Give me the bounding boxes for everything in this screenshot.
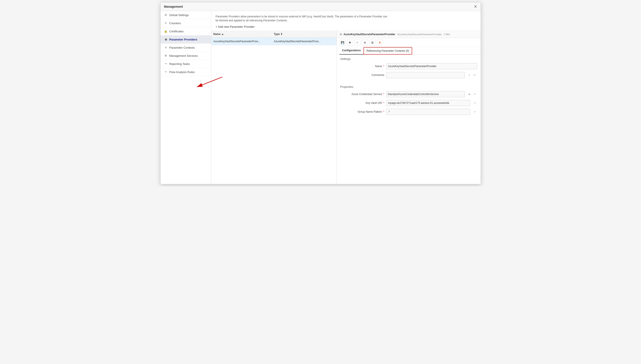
sort-icon: ▲ [221,32,224,36]
col-header-type: Type ⇕ [274,32,334,36]
required-indicator: * [383,65,384,68]
group-name-pattern-actions: ↗ [472,110,477,114]
gear-icon-2: ⚙ [164,54,168,58]
group-name-pattern-label: Group Name Pattern * [340,110,384,113]
detail-panel: ⚙ AzureKeyVaultSecretsParameterProvider … [337,31,481,184]
description-text: Parameter Providers allow parameters to … [216,14,388,22]
expand-comments-button[interactable]: ⤢ [467,72,472,78]
azure-credentials-label: Azure Credentials Service * [340,93,384,96]
expand-group-name-button[interactable]: ↗ [472,110,477,114]
apply-button[interactable]: ✓ [355,40,361,46]
sidebar-item-counters[interactable]: # Counters [161,19,211,27]
sidebar-item-label: Global Settings [169,14,189,17]
key-vault-uri-label: Key Vault URI * [340,102,384,104]
properties-section: Properties Azure Credentials Service * S… [337,84,481,120]
sidebar-item-parameter-contexts[interactable]: # Parameter Contexts [161,44,211,52]
detail-provider-title: AzureKeyVaultSecretsParameterProvider [344,33,395,36]
sidebar-item-label: Parameter Contexts [169,46,195,49]
add-parameter-provider-button[interactable]: + Add new Parameter Provider [216,25,255,28]
settings-title: Settings [340,57,477,60]
azure-credentials-dropdown-wrapper: StandardAzureCredentialsControllerServic… [386,91,465,97]
gear-icon: ⚙ [164,13,168,17]
azure-credentials-actions: ⊕ ↗ [467,92,477,96]
sidebar-item-label: Certificates [169,30,184,33]
save-button[interactable]: 💾 [340,40,346,46]
group-name-pattern-row: Group Name Pattern * ↗ [340,109,477,115]
comments-input[interactable] [386,72,465,78]
comments-actions: ⤢ ✏ [467,72,477,78]
detail-tabs: Configurations Referencing Parameter Con… [337,47,481,54]
name-row: Name * [340,63,477,69]
sidebar-item-global-settings[interactable]: ⚙ Global Settings [161,11,211,19]
delete-button[interactable]: 🗑 [369,40,376,46]
detail-gear-icon: ⚙ [340,32,342,36]
modal-body: ⚙ Global Settings # Counters 🔒 Certifica… [161,11,481,184]
sidebar-item-parameter-providers[interactable]: ◉ Parameter Providers [161,36,211,44]
close-button[interactable]: ✕ [474,4,477,8]
table-header: Name ▲ Type ⇕ [211,31,337,38]
content-area: Name ▲ Type ⇕ AzureKeyVaultSecretsParame… [211,31,481,184]
key-vault-uri-input[interactable] [386,100,470,106]
sidebar-item-label: Counters [169,22,181,25]
azure-credentials-select[interactable]: StandardAzureCredentialsControllerServic… [386,91,465,97]
sidebar-item-label: Parameter Providers [169,38,197,41]
detail-provider-subtitle: AzureKeyVaultSecretsParameterProvider [397,33,442,36]
detail-header: ⚙ AzureKeyVaultSecretsParameterProvider … [337,31,481,38]
required-indicator-3: * [383,102,384,104]
required-indicator-2: * [383,93,384,96]
sidebar-item-label: Flow Analysis Rules [169,70,195,74]
sidebar: ⚙ Global Settings # Counters 🔒 Certifica… [161,11,211,184]
table-area: Name ▲ Type ⇕ AzureKeyVaultSecretsParame… [211,31,337,184]
comments-label: Comments [340,74,384,76]
table-cell-type: AzureKeyVaultSecretsParameterProvi... [274,40,334,43]
add-service-button[interactable]: ⊕ [467,92,472,96]
sidebar-item-flow-analysis-rules[interactable]: 〜 Flow Analysis Rules [161,68,211,76]
name-label: Name * [340,65,384,68]
sidebar-item-label: Management Services [169,54,198,58]
wave-icon-2: 〜 [164,70,168,74]
wave-icon: 〜 [164,62,168,66]
modal-header: Management ✕ [161,2,481,11]
azure-credentials-row: Azure Credentials Service * StandardAzur… [340,91,477,97]
properties-title: Properties [340,85,477,88]
name-input[interactable] [386,63,477,69]
hash-icon-2: # [164,46,168,49]
tab-configurations[interactable]: Configurations [340,47,364,54]
sidebar-item-reporting-tasks[interactable]: 〜 Reporting Tasks [161,60,211,68]
fetch-button[interactable]: ✱ [347,40,353,46]
table-row[interactable]: AzureKeyVaultSecretsParameterProvi... Az… [211,38,337,45]
key-vault-actions: ↗ [472,100,477,106]
download-button[interactable]: ⬇ [377,40,383,46]
detail-toolbar: 💾 ✱ ✓ ⊕ 🗑 ⬇ [337,38,481,47]
tab-referencing[interactable]: Referencing Parameter Contexts (0) [364,47,412,54]
detail-time-ago: 2 Min [444,33,450,36]
modal-title: Management [164,5,183,8]
main-content: Parameter Providers allow parameters to … [211,11,481,184]
col-header-name: Name ▲ [213,32,274,36]
hash-icon: # [164,21,168,25]
group-name-pattern-input[interactable] [386,109,470,115]
main-top: Parameter Providers allow parameters to … [211,11,481,31]
lock-icon: 🔒 [164,30,168,33]
key-vault-uri-row: Key Vault URI * ↗ [340,100,477,106]
settings-section: Settings Name * Comments [337,54,481,84]
required-indicator-4: * [383,110,384,113]
management-modal: Management ✕ ⚙ Global Settings # Counter… [160,2,481,184]
comments-row: Comments ⤢ ✏ [340,72,477,78]
circle-icon: ◉ [164,38,168,41]
sidebar-item-label: Reporting Tasks [169,62,190,66]
sort-icon-type: ⇕ [280,32,283,36]
sidebar-item-certificates[interactable]: 🔒 Certificates [161,27,211,36]
sidebar-item-management-services[interactable]: ⚙ Management Services [161,52,211,60]
expand-key-vault-button[interactable]: ↗ [472,100,477,106]
table-cell-name: AzureKeyVaultSecretsParameterProvi... [213,40,274,43]
add-button[interactable]: ⊕ [362,40,368,46]
edit-comments-button[interactable]: ✏ [472,72,477,78]
go-to-service-button[interactable]: ↗ [472,92,477,96]
